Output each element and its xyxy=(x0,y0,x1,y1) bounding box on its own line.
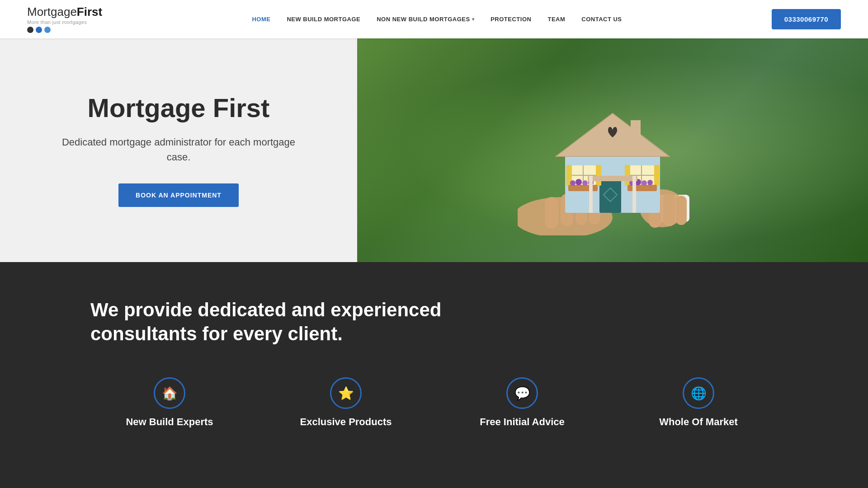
features-grid: 🏠 New Build Experts ⭐ Exclusive Products… xyxy=(90,377,778,428)
svg-rect-38 xyxy=(632,176,636,213)
svg-rect-14 xyxy=(599,180,621,213)
dot-3 xyxy=(44,27,51,33)
nav-item-protection[interactable]: PROTECTION xyxy=(491,16,531,23)
exclusive-products-icon: ⭐ xyxy=(330,377,362,409)
site-header: MortgageFirst More than just mortgages H… xyxy=(0,0,868,38)
hero-left-panel: Mortgage First Dedicated mortgage admini… xyxy=(0,38,357,262)
svg-rect-25 xyxy=(654,165,660,186)
svg-point-29 xyxy=(582,180,588,186)
svg-rect-13 xyxy=(631,120,641,145)
nav-item-non-new-build[interactable]: NON NEW BUILD MORTGAGES ▾ xyxy=(377,16,474,23)
svg-rect-23 xyxy=(596,165,601,186)
svg-point-27 xyxy=(570,180,576,186)
hero-image xyxy=(357,38,868,262)
exclusive-products-label: Exclusive Products xyxy=(300,416,392,428)
feature-free-advice: 💬 Free Initial Advice xyxy=(443,377,601,428)
svg-rect-8 xyxy=(663,194,675,226)
whole-market-icon: 🌐 xyxy=(683,377,714,409)
hero-section: Mortgage First Dedicated mortgage admini… xyxy=(0,38,868,262)
phone-button[interactable]: 03330069770 xyxy=(772,9,841,29)
logo-name-part1: Mortgage xyxy=(27,5,77,19)
feature-exclusive-products: ⭐ Exclusive Products xyxy=(267,377,425,428)
dark-section: We provide dedicated and experienced con… xyxy=(0,262,868,488)
svg-rect-1 xyxy=(545,197,558,229)
svg-rect-36 xyxy=(588,176,637,181)
svg-rect-37 xyxy=(589,176,593,213)
nav-item-contact[interactable]: CONTACT US xyxy=(581,16,622,23)
free-advice-label: Free Initial Advice xyxy=(480,416,564,428)
svg-rect-9 xyxy=(676,196,687,225)
dot-2 xyxy=(36,27,42,33)
free-advice-icon: 💬 xyxy=(506,377,538,409)
dot-1 xyxy=(27,27,33,33)
hero-subtitle: Dedicated mortgage administrator for eac… xyxy=(61,135,296,164)
svg-point-34 xyxy=(642,180,647,186)
svg-point-35 xyxy=(647,180,653,185)
logo-name-part2: First xyxy=(77,5,102,19)
chevron-down-icon: ▾ xyxy=(472,17,475,22)
main-nav: HOME NEW BUILD MORTGAGE NON NEW BUILD MO… xyxy=(252,16,622,23)
svg-point-28 xyxy=(576,179,582,185)
house-illustration xyxy=(518,64,708,237)
new-build-icon: 🏠 xyxy=(154,377,185,409)
feature-new-build: 🏠 New Build Experts xyxy=(90,377,249,428)
logo-dots xyxy=(27,27,51,33)
feature-whole-market: 🌐 Whole Of Market xyxy=(619,377,778,428)
new-build-label: New Build Experts xyxy=(126,416,213,428)
svg-rect-31 xyxy=(627,185,657,191)
nav-item-home[interactable]: HOME xyxy=(252,16,270,23)
logo[interactable]: MortgageFirst More than just mortgages xyxy=(27,5,102,33)
svg-rect-26 xyxy=(568,185,598,191)
book-appointment-button[interactable]: BOOK AN APPOINTMENT xyxy=(118,183,239,207)
hero-image-panel xyxy=(357,38,868,262)
whole-market-label: Whole Of Market xyxy=(659,416,738,428)
nav-item-new-build[interactable]: NEW BUILD MORTGAGE xyxy=(287,16,360,23)
nav-item-team[interactable]: TEAM xyxy=(547,16,565,23)
logo-tagline: More than just mortgages xyxy=(27,19,87,25)
hero-title: Mortgage First xyxy=(88,94,270,122)
dark-section-heading: We provide dedicated and experienced con… xyxy=(90,298,452,346)
